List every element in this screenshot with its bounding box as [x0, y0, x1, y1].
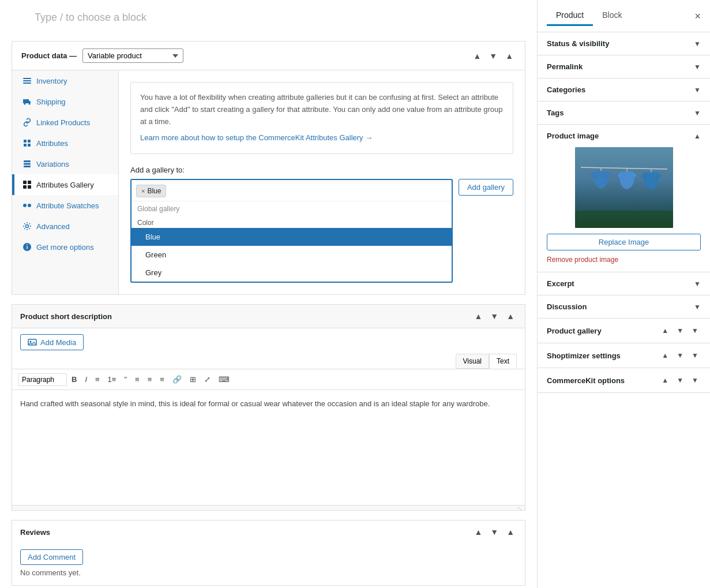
product-gallery-header[interactable]: Product gallery ▲ ▼ ▼ [538, 319, 710, 343]
ordered-list-btn[interactable]: 1≡ [104, 373, 120, 386]
product-image-header[interactable]: Product image ▲ [538, 125, 710, 147]
svg-point-18 [26, 225, 29, 228]
svg-point-20 [30, 341, 32, 343]
product-type-select[interactable]: Variable product Simple product Grouped … [82, 48, 183, 63]
shoptimizer-up-btn[interactable]: ▲ [659, 350, 671, 361]
info-link[interactable]: Learn more about how to setup the Commer… [140, 133, 373, 142]
product-gallery-down-btn[interactable]: ▼ [674, 325, 686, 336]
fullscreen-btn[interactable]: ⤢ [201, 373, 214, 386]
sidebar-section-excerpt: Excerpt ▼ [538, 272, 710, 295]
sidebar-item-attributes[interactable]: Attributes [12, 133, 118, 153]
product-image-chevron: ▲ [694, 132, 701, 140]
commercekit-header[interactable]: CommerceKit options ▲ ▼ ▼ [538, 368, 710, 392]
table-btn[interactable]: ⊞ [186, 373, 200, 386]
replace-image-button[interactable]: Replace Image [547, 234, 701, 250]
reviews-up-btn[interactable]: ▲ [472, 526, 484, 538]
product-gallery-up-btn[interactable]: ▲ [659, 325, 671, 336]
text-tab[interactable]: Text [489, 354, 517, 369]
collapse-up-btn[interactable]: ▲ [471, 50, 483, 62]
svg-point-4 [29, 103, 31, 105]
format-select[interactable]: Paragraph Heading 1 Heading 2 [18, 373, 67, 386]
sidebar-item-attributes-gallery[interactable]: Attributes Gallery [12, 174, 118, 195]
bold-btn[interactable]: B [68, 373, 80, 386]
product-image-title: Product image [547, 132, 694, 140]
sidebar-item-get-more-label: Get more options [36, 243, 94, 252]
status-visibility-header[interactable]: Status & visibility ▼ [538, 32, 710, 55]
align-right-btn[interactable]: ≡ [156, 373, 168, 386]
svg-rect-12 [23, 181, 27, 184]
shoptimizer-more-btn[interactable]: ▼ [689, 350, 701, 361]
dropdown-option-blue[interactable]: Blue [132, 228, 452, 246]
link-btn[interactable]: 🔗 [169, 373, 185, 386]
sidebar-item-inventory[interactable]: Inventory [12, 70, 118, 91]
sidebar-item-advanced[interactable]: Advanced [12, 216, 118, 237]
svg-rect-10 [24, 163, 31, 165]
info-box: You have a lot of flexibility when creat… [130, 82, 513, 154]
sidebar-section-permalink: Permalink ▼ [538, 55, 710, 78]
sidebar-section-discussion: Discussion ▼ [538, 295, 710, 319]
blockquote-btn[interactable]: " [121, 373, 130, 386]
tag-label: Blue [147, 187, 161, 195]
dropdown-option-grey[interactable]: Grey [132, 264, 452, 282]
dropdown-option-green[interactable]: Green [132, 246, 452, 264]
discussion-header[interactable]: Discussion ▼ [538, 295, 710, 318]
commercekit-more-btn[interactable]: ▼ [689, 375, 701, 385]
shoptimizer-down-btn[interactable]: ▼ [674, 350, 686, 361]
discussion-chevron: ▼ [694, 303, 701, 311]
categories-chevron: ▼ [694, 86, 701, 94]
permalink-header[interactable]: Permalink ▼ [538, 55, 710, 78]
svg-rect-15 [28, 185, 31, 189]
minimize-btn[interactable]: ▲ [503, 50, 516, 62]
excerpt-header[interactable]: Excerpt ▼ [538, 272, 710, 295]
sidebar-item-linked-products[interactable]: Linked Products [12, 112, 118, 133]
sidebar-item-shipping[interactable]: Shipping [12, 91, 118, 112]
svg-point-16 [23, 204, 27, 207]
more-tools-btn[interactable]: ⌨ [215, 373, 233, 386]
unordered-list-btn[interactable]: ≡ [92, 373, 103, 386]
editor-resize-handle[interactable]: ⟍ [12, 505, 525, 510]
remove-image-link[interactable]: Remove product image [547, 256, 618, 264]
tab-content: You have a lot of flexibility when creat… [119, 70, 525, 294]
editor-content[interactable]: Hand crafted with seasonal style in mind… [12, 390, 525, 505]
sidebar-item-attributes-label: Attributes [36, 139, 68, 148]
sidebar-item-variations[interactable]: Variations [12, 153, 118, 174]
commercekit-down-btn[interactable]: ▼ [674, 375, 686, 385]
commercekit-up-btn[interactable]: ▲ [659, 375, 671, 385]
sidebar-section-status-visibility: Status & visibility ▼ [538, 32, 710, 55]
sidebar-item-attribute-swatches[interactable]: Attribute Swatches [12, 195, 118, 216]
sidebar-section-commercekit: CommerceKit options ▲ ▼ ▼ [538, 368, 710, 393]
short-desc-down-btn[interactable]: ▼ [488, 310, 501, 322]
collapse-down-btn[interactable]: ▼ [487, 50, 499, 62]
product-nav: Inventory Shipping Linked Products [12, 70, 119, 294]
right-sidebar: Product Block × Status & visibility ▼ Pe… [537, 0, 710, 588]
add-comment-button[interactable]: Add Comment [20, 549, 83, 565]
reviews-down-btn[interactable]: ▼ [488, 526, 501, 538]
italic-btn[interactable]: I [81, 373, 91, 386]
sidebar-tab-block[interactable]: Block [593, 6, 631, 26]
sidebar-header: Product Block × [538, 0, 710, 32]
excerpt-chevron: ▼ [694, 280, 701, 288]
add-media-button[interactable]: Add Media [20, 334, 84, 350]
sidebar-close-button[interactable]: × [694, 11, 701, 21]
selected-tags: × Blue [132, 180, 452, 201]
add-gallery-button[interactable]: Add gallery [459, 179, 513, 196]
sidebar-tab-product[interactable]: Product [547, 6, 593, 26]
visual-tab[interactable]: Visual [456, 354, 489, 369]
tags-header[interactable]: Tags ▼ [538, 102, 710, 124]
align-left-btn[interactable]: ≡ [132, 373, 143, 386]
sidebar-section-product-image: Product image ▲ [538, 125, 710, 272]
categories-header[interactable]: Categories ▼ [538, 78, 710, 101]
short-desc-up-btn[interactable]: ▲ [472, 310, 484, 322]
sidebar-item-get-more[interactable]: Get more options [12, 237, 118, 257]
align-center-btn[interactable]: ≡ [144, 373, 156, 386]
product-gallery-more-btn[interactable]: ▼ [689, 325, 701, 336]
reviews-minimize-btn[interactable]: ▲ [504, 526, 517, 538]
product-gallery-title: Product gallery [547, 327, 659, 335]
short-desc-minimize-btn[interactable]: ▲ [504, 310, 517, 322]
product-data-bar: Product data — Variable product Simple p… [12, 41, 525, 70]
svg-rect-7 [24, 144, 27, 147]
tag-blue[interactable]: × Blue [136, 185, 166, 197]
shoptimizer-header[interactable]: Shoptimizer settings ▲ ▼ ▼ [538, 343, 710, 368]
more-icon [22, 242, 32, 252]
page-title: Type / to choose a block [12, 12, 525, 29]
